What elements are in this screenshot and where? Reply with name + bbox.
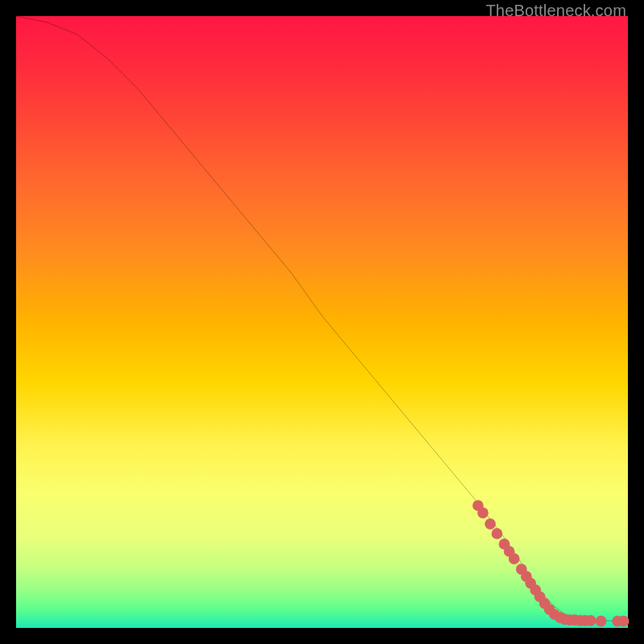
curve-markers <box>473 500 630 626</box>
curve-line <box>16 16 628 621</box>
chart-svg <box>16 16 628 628</box>
plot-area <box>16 16 628 628</box>
data-marker <box>477 507 489 518</box>
data-marker <box>585 615 597 626</box>
data-marker <box>492 528 503 539</box>
data-marker <box>618 616 630 627</box>
data-marker <box>509 553 520 564</box>
data-marker <box>485 518 496 530</box>
data-marker <box>596 616 607 627</box>
chart-frame: TheBottleneck.com <box>0 0 644 644</box>
